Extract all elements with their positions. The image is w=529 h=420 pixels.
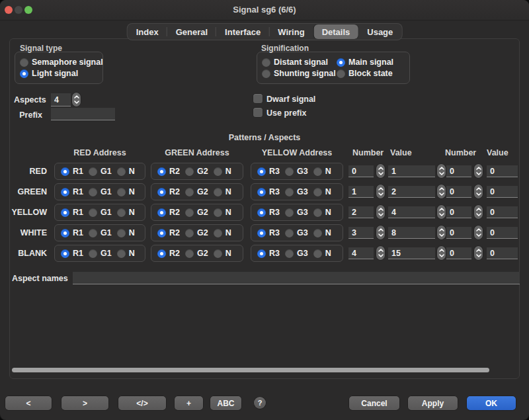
number1-stepper[interactable] xyxy=(376,164,385,178)
number1-input[interactable] xyxy=(348,186,374,198)
next-button[interactable]: > xyxy=(61,396,108,410)
tab-wiring[interactable]: Wiring xyxy=(269,24,313,40)
radio-r2[interactable] xyxy=(157,188,166,196)
number2-input[interactable] xyxy=(446,247,471,259)
radio-n[interactable] xyxy=(117,249,126,258)
radio-n[interactable] xyxy=(117,208,126,217)
number1-input[interactable] xyxy=(348,247,374,259)
radio-r3[interactable] xyxy=(257,229,266,237)
tab-general[interactable]: General xyxy=(167,24,216,40)
radio-g1[interactable] xyxy=(89,188,97,196)
radio-g2[interactable] xyxy=(185,167,194,176)
add-button[interactable]: + xyxy=(175,396,203,410)
radio-r3[interactable] xyxy=(257,208,266,217)
value1-stepper[interactable] xyxy=(437,205,446,219)
value2-input[interactable] xyxy=(487,206,518,218)
value1-input[interactable] xyxy=(388,165,435,177)
main-signal-radio[interactable] xyxy=(337,58,345,67)
radio-r3[interactable] xyxy=(257,188,266,196)
radio-n[interactable] xyxy=(117,188,126,196)
value2-input[interactable] xyxy=(487,186,518,198)
number1-stepper[interactable] xyxy=(376,226,385,239)
radio-g3[interactable] xyxy=(285,208,294,217)
radio-r2[interactable] xyxy=(157,167,166,176)
radio-r3[interactable] xyxy=(257,249,266,258)
radio-r1[interactable] xyxy=(61,208,69,217)
horizontal-scrollbar-thumb[interactable] xyxy=(12,368,489,372)
radio-n[interactable] xyxy=(214,208,222,217)
number2-stepper[interactable] xyxy=(474,164,483,178)
number2-stepper[interactable] xyxy=(474,246,483,260)
value1-stepper[interactable] xyxy=(437,185,446,198)
radio-n[interactable] xyxy=(117,167,126,176)
number1-stepper[interactable] xyxy=(376,246,385,260)
zoom-window-button[interactable] xyxy=(24,6,32,14)
radio-g3[interactable] xyxy=(285,249,294,258)
radio-n[interactable] xyxy=(214,229,222,237)
close-window-button[interactable] xyxy=(5,6,13,14)
number2-stepper[interactable] xyxy=(474,226,483,239)
radio-g1[interactable] xyxy=(89,167,97,176)
radio-g2[interactable] xyxy=(185,188,194,196)
number2-input[interactable] xyxy=(446,206,471,218)
radio-g3[interactable] xyxy=(285,167,294,176)
radio-g1[interactable] xyxy=(89,208,97,217)
radio-g1[interactable] xyxy=(89,229,97,237)
value1-stepper[interactable] xyxy=(437,226,446,239)
code-button[interactable]: </> xyxy=(118,396,166,410)
semaphore-signal-radio[interactable] xyxy=(20,58,28,67)
radio-n[interactable] xyxy=(214,167,222,176)
number1-stepper[interactable] xyxy=(376,185,385,198)
value1-input[interactable] xyxy=(388,206,435,218)
value1-stepper[interactable] xyxy=(437,164,446,178)
value1-stepper[interactable] xyxy=(437,246,446,260)
radio-n[interactable] xyxy=(313,188,322,196)
number1-input[interactable] xyxy=(348,227,374,239)
value2-input[interactable] xyxy=(487,247,518,259)
dwarf-signal-checkbox[interactable] xyxy=(253,94,263,103)
radio-n[interactable] xyxy=(313,167,322,176)
radio-g3[interactable] xyxy=(285,188,294,196)
number2-input[interactable] xyxy=(446,165,471,177)
tab-usage[interactable]: Usage xyxy=(358,24,401,40)
radio-r2[interactable] xyxy=(157,208,166,217)
value1-input[interactable] xyxy=(388,186,435,198)
light-signal-radio[interactable] xyxy=(20,69,28,78)
radio-n[interactable] xyxy=(313,249,322,258)
radio-r1[interactable] xyxy=(61,249,69,258)
tab-index[interactable]: Index xyxy=(128,24,167,40)
radio-r1[interactable] xyxy=(61,229,69,237)
value2-input[interactable] xyxy=(487,227,518,239)
radio-g2[interactable] xyxy=(185,208,194,217)
block-state-radio[interactable] xyxy=(337,69,345,78)
cancel-button[interactable]: Cancel xyxy=(349,396,399,410)
radio-n[interactable] xyxy=(313,208,322,217)
number1-input[interactable] xyxy=(348,165,374,177)
radio-r3[interactable] xyxy=(257,167,266,176)
help-button[interactable]: ? xyxy=(254,397,266,409)
tab-details[interactable]: Details xyxy=(314,24,358,39)
radio-n[interactable] xyxy=(214,249,222,258)
radio-g1[interactable] xyxy=(89,249,97,258)
number2-stepper[interactable] xyxy=(474,185,483,198)
number2-input[interactable] xyxy=(446,186,471,198)
radio-r2[interactable] xyxy=(157,249,166,258)
aspect-names-input[interactable] xyxy=(73,272,520,284)
use-prefix-checkbox[interactable] xyxy=(253,108,263,117)
number1-input[interactable] xyxy=(348,206,374,218)
number2-stepper[interactable] xyxy=(474,205,483,219)
number2-input[interactable] xyxy=(446,227,471,239)
radio-r1[interactable] xyxy=(61,167,69,176)
aspects-stepper[interactable] xyxy=(72,93,81,106)
value1-input[interactable] xyxy=(388,227,435,239)
radio-g2[interactable] xyxy=(185,249,194,258)
distant-signal-radio[interactable] xyxy=(262,58,270,67)
value1-input[interactable] xyxy=(388,247,435,259)
aspects-input[interactable] xyxy=(51,93,71,106)
radio-g2[interactable] xyxy=(185,229,194,237)
radio-r1[interactable] xyxy=(61,188,69,196)
tab-interface[interactable]: Interface xyxy=(216,24,269,40)
radio-n[interactable] xyxy=(117,229,126,237)
value2-input[interactable] xyxy=(487,165,518,177)
radio-n[interactable] xyxy=(313,229,322,237)
